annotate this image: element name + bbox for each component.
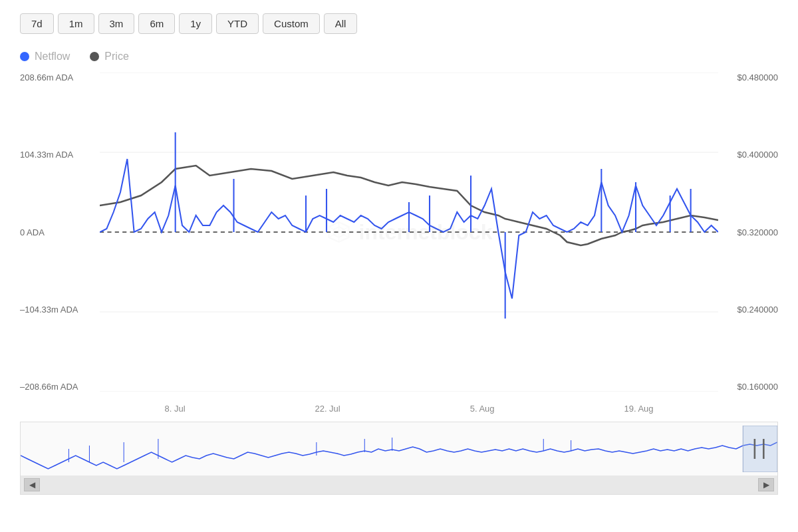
netflow-label: Netflow xyxy=(35,51,70,63)
time-filter-bar: 7d 1m 3m 6m 1y YTD Custom All xyxy=(0,0,798,41)
filter-1m[interactable]: 1m xyxy=(58,13,94,34)
legend-price: Price xyxy=(90,51,128,63)
y-right-4: $0.160000 xyxy=(737,382,778,392)
filter-1y[interactable]: 1y xyxy=(179,13,212,34)
y-axis-left: 208.66m ADA 104.33m ADA 0 ADA –104.33m A… xyxy=(20,72,100,392)
netflow-dot xyxy=(20,52,29,61)
nav-arrows-bar: ◀ ▶ xyxy=(21,475,777,494)
x-label-1: 22. Jul xyxy=(315,404,340,414)
filter-custom[interactable]: Custom xyxy=(263,13,320,34)
nav-left-arrow[interactable]: ◀ xyxy=(24,478,40,491)
y-left-0: 208.66m ADA xyxy=(20,72,100,82)
main-chart-area: 208.66m ADA 104.33m ADA 0 ADA –104.33m A… xyxy=(20,72,778,418)
y-left-1: 104.33m ADA xyxy=(20,150,100,160)
main-chart-svg xyxy=(100,72,718,392)
filter-all[interactable]: All xyxy=(324,13,358,34)
y-right-3: $0.240000 xyxy=(737,305,778,315)
price-dot xyxy=(90,52,99,61)
chart-svg-wrapper: internetblock xyxy=(100,72,718,392)
filter-6m[interactable]: 6m xyxy=(138,13,175,34)
svg-rect-22 xyxy=(21,426,777,472)
x-label-0: 8. Jul xyxy=(164,404,185,414)
chart-legend: Netflow Price xyxy=(0,41,798,66)
filter-7d[interactable]: 7d xyxy=(20,13,54,34)
price-label: Price xyxy=(104,51,128,63)
y-left-4: –208.66m ADA xyxy=(20,382,100,392)
x-axis: 8. Jul 22. Jul 5. Aug 19. Aug xyxy=(100,398,718,418)
y-right-1: $0.400000 xyxy=(737,150,778,160)
filter-3m[interactable]: 3m xyxy=(98,13,135,34)
y-left-3: –104.33m ADA xyxy=(20,305,100,315)
nav-right-arrow[interactable]: ▶ xyxy=(758,478,774,491)
x-label-2: 5. Aug xyxy=(470,404,495,414)
svg-rect-32 xyxy=(743,426,777,472)
y-left-2: 0 ADA xyxy=(20,227,100,237)
filter-ytd[interactable]: YTD xyxy=(216,13,259,34)
y-right-2: $0.320000 xyxy=(737,227,778,237)
mini-chart[interactable]: 2018 2020 2022 2024 ◀ ▶ xyxy=(20,422,778,495)
mini-chart-svg xyxy=(21,426,777,472)
legend-netflow: Netflow xyxy=(20,51,70,63)
y-right-0: $0.480000 xyxy=(737,72,778,82)
y-axis-right: $0.480000 $0.400000 $0.320000 $0.240000 … xyxy=(718,72,778,392)
x-label-3: 19. Aug xyxy=(624,404,653,414)
